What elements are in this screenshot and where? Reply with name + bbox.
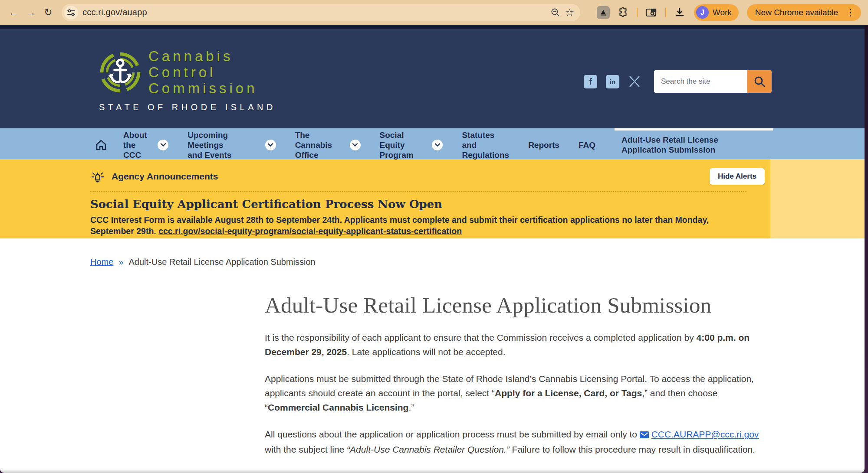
url-text[interactable]: ccc.ri.gov/auapp (82, 7, 147, 17)
browser-toolbar: ← → ↻ ccc.ri.gov/auapp ☆ (0, 0, 868, 25)
paragraph-questions: All questions about the application or a… (265, 427, 772, 457)
breadcrumb-home-link[interactable]: Home (90, 257, 113, 267)
nav-home[interactable] (95, 128, 108, 159)
chevron-down-icon[interactable] (158, 140, 168, 150)
site-tagline: STATE OF RHODE ISLAND (99, 102, 276, 112)
chevron-down-icon[interactable] (432, 140, 443, 150)
paragraph-deadline: It is the responsibility of each applica… (265, 330, 772, 359)
hide-alerts-button[interactable]: Hide Alerts (710, 168, 765, 185)
nav-faq[interactable]: FAQ (579, 128, 595, 159)
nav-about-the-ccc[interactable]: About the CCC (123, 128, 168, 159)
menu-kebab-icon[interactable]: ⋮ (843, 7, 858, 18)
alert-banner: Agency Announcements Hide Alerts Social … (0, 159, 865, 238)
announcement-body: CCC Interest Form is available August 28… (90, 214, 753, 237)
webpage: Cannabis Control Commission STATE OF RHO… (0, 25, 865, 473)
main-content: Home » Adult-Use Retail License Applicat… (0, 257, 865, 457)
page-top-line (0, 25, 865, 29)
address-bar[interactable]: ccc.ri.gov/auapp ☆ (62, 4, 580, 21)
breadcrumb-separator: » (118, 257, 123, 267)
forward-button[interactable]: → (23, 5, 38, 20)
facebook-icon[interactable]: f (584, 75, 597, 88)
linkedin-icon[interactable]: in (606, 75, 619, 88)
ccc-anchor-logo-icon (99, 51, 141, 94)
announcement-heading: Social Equity Applicant Certification Pr… (90, 198, 765, 211)
toolbar-divider (637, 8, 638, 17)
zoom-icon[interactable] (551, 8, 560, 17)
site-search (654, 70, 772, 93)
downloads-icon[interactable] (674, 7, 685, 18)
extensions-icon[interactable] (618, 7, 629, 18)
update-chrome-label: New Chrome available (755, 8, 838, 17)
bookmark-star-icon[interactable]: ☆ (565, 7, 574, 19)
toolbar-divider (665, 8, 666, 17)
bell-icon (90, 170, 105, 183)
chevron-down-icon[interactable] (265, 140, 276, 150)
profile-chip[interactable]: J Work (694, 4, 739, 21)
search-tabs-icon[interactable] (645, 7, 658, 18)
pinned-extension-icon[interactable] (597, 6, 610, 19)
home-icon (95, 138, 108, 151)
site-wordmark: Cannabis Control Commission (148, 48, 258, 96)
search-button[interactable] (747, 70, 772, 93)
paragraph-portal: Applications must be submitted through t… (265, 372, 772, 414)
nav-cannabis-office[interactable]: The Cannabis Office (295, 128, 361, 159)
nav-upcoming-meetings[interactable]: Upcoming Meetings and Events (187, 128, 276, 159)
x-twitter-icon[interactable] (628, 75, 641, 88)
email-link[interactable]: CCC.AURAPP@ccc.ri.gov (651, 429, 759, 439)
breadcrumb-current: Adult-Use Retail License Application Sub… (128, 257, 315, 267)
back-button[interactable]: ← (6, 5, 21, 20)
search-input[interactable] (654, 70, 747, 93)
desktop-edge (865, 25, 868, 473)
article: Adult-Use Retail License Application Sub… (265, 293, 772, 457)
alert-separator (90, 191, 746, 192)
site-info-icon[interactable] (64, 6, 78, 20)
nav-social-equity-program[interactable]: Social Equity Program (380, 128, 443, 159)
site-logo[interactable]: Cannabis Control Commission STATE OF RHO… (99, 48, 276, 112)
reload-button[interactable]: ↻ (41, 5, 56, 20)
breadcrumb: Home » Adult-Use Retail License Applicat… (90, 257, 865, 267)
site-header: Cannabis Control Commission STATE OF RHO… (0, 29, 865, 128)
nav-reports[interactable]: Reports (528, 128, 559, 159)
profile-label: Work (713, 8, 732, 17)
social-links: f in (584, 75, 641, 88)
page-title: Adult-Use Retail License Application Sub… (265, 293, 772, 318)
email-icon (640, 428, 649, 442)
nav-adult-use-application[interactable]: Adult-Use Retail License Application Sub… (615, 128, 773, 159)
alert-title: Agency Announcements (112, 171, 218, 182)
update-chrome-button[interactable]: New Chrome available ⋮ (747, 4, 861, 21)
main-navigation: About the CCC Upcoming Meetings and Even… (0, 128, 865, 159)
avatar: J (696, 6, 709, 19)
chevron-down-icon[interactable] (350, 140, 361, 150)
toolbar-icons (597, 6, 685, 19)
nav-statutes-regulations[interactable]: Statutes and Regulations (462, 128, 509, 159)
announcement-link[interactable]: ccc.ri.gov/social-equity-program/social-… (158, 226, 462, 236)
